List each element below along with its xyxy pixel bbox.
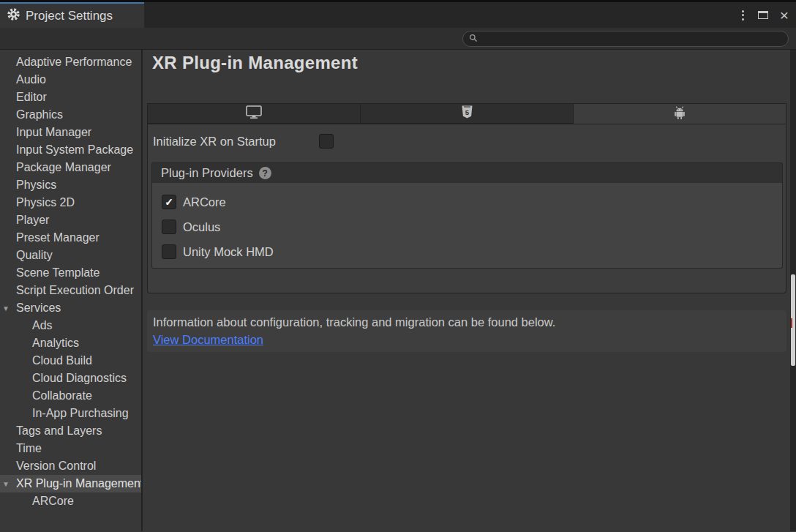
sidebar-item-label: Services [16, 301, 61, 314]
sidebar-item-version-control[interactable]: Version Control [0, 457, 141, 475]
sidebar-item-arcore[interactable]: ARCore [0, 492, 141, 510]
plug-in-providers-header: Plug-in Providers ? [151, 162, 783, 183]
scrollbar-red-marker [791, 318, 792, 328]
maximize-icon[interactable] [758, 11, 768, 19]
sidebar-item-label: Version Control [16, 460, 96, 472]
sidebar-item-label: Quality [16, 249, 53, 261]
provider-label: ARCore [183, 195, 226, 209]
search-input[interactable] [482, 34, 760, 45]
sidebar-item-package-manager[interactable]: Package Manager [0, 159, 141, 176]
check-icon: ✓ [165, 196, 173, 208]
sidebar-item-input-system-package[interactable]: Input System Package [0, 141, 141, 159]
plug-in-providers-list: ✓ ARCore Oculus Unity Mock HMD [151, 183, 783, 269]
sidebar-item-tags-and-layers[interactable]: Tags and Layers [0, 422, 141, 440]
page-title: XR Plug-in Management [152, 53, 358, 73]
plug-in-providers-group: Plug-in Providers ? ✓ ARCore Oculus Unit… [151, 162, 783, 269]
sidebar-item-label: Adaptive Performance [16, 56, 132, 68]
sidebar-item-label: Physics 2D [16, 196, 75, 209]
sidebar-item-label: Package Manager [16, 161, 111, 173]
sidebar-item-collaborate[interactable]: Collaborate [0, 387, 141, 405]
tab-desktop-platform[interactable] [148, 104, 361, 124]
foldout-open-icon[interactable]: ▼ [2, 476, 10, 493]
search-icon [469, 32, 478, 45]
provider-row-unity-mock-hmd: Unity Mock HMD [152, 239, 782, 264]
gear-icon [7, 8, 20, 24]
sidebar-item-cloud-diagnostics[interactable]: Cloud Diagnostics [0, 370, 141, 387]
sidebar-item-analytics[interactable]: Analytics [0, 334, 141, 352]
provider-row-oculus: Oculus [152, 214, 782, 239]
sidebar-item-label: Audio [16, 73, 46, 86]
sidebar-item-label: Editor [16, 91, 47, 103]
sidebar-item-physics[interactable]: Physics [0, 176, 141, 194]
platform-tab-bar: 5 [147, 103, 786, 124]
sidebar-item-label: Tags and Layers [16, 424, 102, 437]
tab-android-platform[interactable] [574, 104, 786, 124]
provider-label: Unity Mock HMD [183, 245, 274, 259]
desktop-monitor-icon [246, 105, 262, 122]
sidebar-item-xr-plug-in-management[interactable]: ▼XR Plug-in Management [0, 475, 141, 492]
html5-shield-icon: 5 [462, 105, 473, 121]
initialize-xr-checkbox[interactable] [319, 134, 334, 149]
project-settings-tab[interactable]: Project Settings [0, 2, 144, 28]
sidebar-item-label: Graphics [16, 108, 63, 121]
sidebar-item-cloud-build[interactable]: Cloud Build [0, 352, 141, 370]
provider-label: Oculus [183, 220, 220, 234]
sidebar-item-label: Preset Manager [16, 231, 100, 244]
window-controls: × [740, 2, 789, 28]
sidebar-item-script-execution-order[interactable]: Script Execution Order [0, 282, 141, 299]
tab-web-platform[interactable]: 5 [361, 104, 574, 124]
foldout-open-icon[interactable]: ▼ [2, 300, 10, 318]
sidebar-item-label: Input System Package [16, 143, 133, 156]
close-icon[interactable]: × [780, 7, 789, 23]
unity-mock-hmd-checkbox[interactable] [162, 244, 176, 259]
sidebar-item-label: Time [16, 442, 42, 454]
initialize-xr-label: Initialize XR on Startup [153, 135, 276, 149]
oculus-checkbox[interactable] [162, 220, 176, 234]
sidebar-item-player[interactable]: Player [0, 211, 141, 229]
vertical-scrollbar-track[interactable] [790, 50, 796, 531]
sidebar-item-label: Analytics [32, 337, 79, 349]
providers-header-label: Plug-in Providers [161, 166, 253, 180]
sidebar-item-services[interactable]: ▼Services [0, 299, 141, 317]
settings-content: XR Plug-in Management 5 [143, 50, 796, 531]
sidebar-item-label: In-App Purchasing [32, 407, 129, 419]
search-toolbar [0, 28, 796, 50]
sidebar-item-editor[interactable]: Editor [0, 89, 141, 106]
sidebar-item-label: Cloud Diagnostics [32, 372, 127, 384]
sidebar-item-label: Ads [32, 319, 53, 331]
view-documentation-link[interactable]: View Documentation [153, 333, 263, 347]
settings-sidebar: Adaptive Performance Audio Editor Graphi… [0, 50, 143, 531]
title-bar: Project Settings × [0, 2, 796, 28]
sidebar-item-label: Script Execution Order [16, 284, 134, 296]
sidebar-item-physics-2d[interactable]: Physics 2D [0, 194, 141, 211]
svg-text:5: 5 [465, 108, 469, 116]
main-body: Adaptive Performance Audio Editor Graphi… [0, 50, 796, 531]
sidebar-item-label: XR Plug-in Management [16, 477, 143, 490]
sidebar-item-scene-template[interactable]: Scene Template [0, 264, 141, 282]
vertical-scrollbar-thumb[interactable] [791, 274, 795, 366]
search-field[interactable] [462, 31, 789, 47]
xr-settings-panel: Initialize XR on Startup Plug-in Provide… [147, 124, 786, 293]
sidebar-item-time[interactable]: Time [0, 440, 141, 457]
sidebar-item-label: Collaborate [32, 389, 92, 402]
documentation-info-box: Information about configuration, trackin… [147, 310, 786, 352]
sidebar-item-audio[interactable]: Audio [0, 71, 141, 89]
sidebar-item-label: Player [16, 214, 49, 226]
sidebar-item-input-manager[interactable]: Input Manager [0, 124, 141, 141]
sidebar-item-adaptive-performance[interactable]: Adaptive Performance [0, 53, 141, 71]
help-icon[interactable]: ? [259, 167, 271, 179]
sidebar-item-label: Scene Template [16, 266, 100, 279]
sidebar-item-quality[interactable]: Quality [0, 247, 141, 264]
info-text: Information about configuration, trackin… [153, 315, 781, 329]
more-options-icon[interactable] [740, 7, 746, 23]
window-title: Project Settings [26, 9, 113, 23]
sidebar-item-label: Cloud Build [32, 354, 92, 367]
sidebar-item-ads[interactable]: Ads [0, 317, 141, 334]
sidebar-item-label: Physics [16, 179, 56, 191]
arcore-checkbox[interactable]: ✓ [162, 195, 176, 209]
android-robot-icon [672, 105, 687, 123]
sidebar-item-in-app-purchasing[interactable]: In-App Purchasing [0, 405, 141, 422]
sidebar-item-preset-manager[interactable]: Preset Manager [0, 229, 141, 247]
sidebar-item-label: Input Manager [16, 126, 91, 138]
sidebar-item-graphics[interactable]: Graphics [0, 106, 141, 124]
